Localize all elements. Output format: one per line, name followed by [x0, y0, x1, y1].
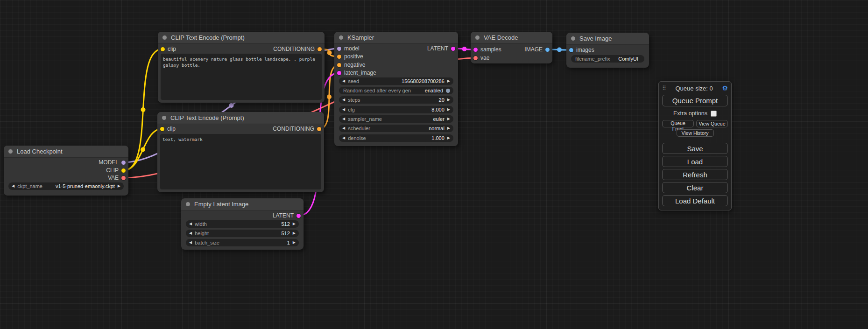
increment-arrow-icon[interactable]: ▶: [293, 220, 296, 228]
filename-prefix-widget[interactable]: filename_prefix ComfyUI: [571, 55, 644, 63]
positive-input-dot[interactable]: [337, 55, 341, 59]
node-load-checkpoint[interactable]: Load Checkpoint MODEL CLIP VAE ◀ ckpt_na…: [4, 146, 128, 196]
latent-image-input-dot[interactable]: [337, 71, 341, 75]
collapse-dot-icon[interactable]: [475, 35, 480, 40]
node-vae-decode[interactable]: VAE Decode samples vae IMAGE: [471, 32, 552, 63]
samples-input-dot[interactable]: [473, 48, 478, 52]
decrement-arrow-icon[interactable]: ◀: [342, 77, 345, 85]
node-title: CLIP Text Encode (Prompt): [170, 114, 244, 121]
output-slot-conditioning: CONDITIONING: [273, 125, 324, 133]
decrement-arrow-icon[interactable]: ◀: [342, 134, 345, 142]
decrement-arrow-icon[interactable]: ◀: [12, 182, 14, 190]
node-graph-canvas[interactable]: Load Checkpoint MODEL CLIP VAE ◀ ckpt_na…: [0, 0, 868, 329]
widget-label: steps: [348, 97, 360, 103]
settings-gear-icon[interactable]: ⚙: [722, 85, 728, 91]
scheduler-widget[interactable]: ◀ scheduler normal ▶: [339, 125, 453, 132]
increment-arrow-icon[interactable]: ▶: [447, 77, 450, 85]
node-title-bar[interactable]: CLIP Text Encode (Prompt): [157, 112, 324, 124]
node-clip-text-encode-positive[interactable]: CLIP Text Encode (Prompt) clip CONDITION…: [158, 32, 325, 103]
queue-prompt-button[interactable]: Queue Prompt: [662, 95, 728, 106]
node-title-bar[interactable]: Load Checkpoint: [4, 146, 128, 158]
increment-arrow-icon[interactable]: ▶: [447, 134, 450, 142]
seed-widget[interactable]: ◀ seed 156680208700286 ▶: [339, 77, 453, 85]
latent-output-dot[interactable]: [451, 47, 455, 51]
random-seed-toggle-widget[interactable]: Random seed after every gen enabled: [339, 87, 453, 94]
slot-label: clip: [168, 46, 176, 52]
decrement-arrow-icon[interactable]: ◀: [189, 220, 192, 228]
height-widget[interactable]: ◀ height 512 ▶: [186, 230, 299, 237]
increment-arrow-icon[interactable]: ▶: [447, 115, 450, 123]
positive-prompt-textarea[interactable]: beautiful scenery nature glass bottle la…: [161, 54, 322, 100]
slot-label: samples: [480, 46, 501, 53]
negative-prompt-textarea[interactable]: text, watermark: [160, 134, 321, 189]
collapse-dot-icon[interactable]: [8, 149, 13, 154]
collapse-dot-icon[interactable]: [162, 35, 167, 40]
decrement-arrow-icon[interactable]: ◀: [342, 96, 345, 104]
drag-handle-icon[interactable]: ⠿: [662, 85, 666, 91]
clear-button[interactable]: Clear: [662, 182, 728, 193]
node-save-image[interactable]: Save Image images filename_prefix ComfyU…: [566, 33, 649, 68]
clip-input-dot[interactable]: [161, 47, 165, 51]
increment-arrow-icon[interactable]: ▶: [447, 96, 450, 104]
node-empty-latent-image[interactable]: Empty Latent Image LATENT ◀ width 512 ▶ …: [181, 198, 303, 250]
load-button[interactable]: Load: [662, 156, 728, 167]
node-title-bar[interactable]: Empty Latent Image: [181, 198, 303, 210]
toggle-enabled-dot-icon[interactable]: [446, 89, 450, 93]
increment-arrow-icon[interactable]: ▶: [293, 239, 296, 246]
clip-output-dot[interactable]: [121, 168, 126, 173]
node-title-bar[interactable]: VAE Decode: [471, 32, 552, 44]
node-title: VAE Decode: [484, 34, 518, 41]
view-queue-button[interactable]: View Queue: [696, 120, 728, 127]
increment-arrow-icon[interactable]: ▶: [118, 182, 120, 190]
node-title-bar[interactable]: Save Image: [566, 33, 649, 45]
ckpt-name-widget[interactable]: ◀ ckpt_name v1-5-pruned-emaonly.ckpt ▶: [8, 182, 124, 190]
link-midpoint-dot-positive: [327, 50, 332, 55]
clip-input-dot[interactable]: [160, 127, 164, 131]
collapse-dot-icon[interactable]: [186, 202, 190, 206]
widget-label: denoise: [348, 135, 366, 141]
cfg-widget[interactable]: ◀ cfg 8.000 ▶: [339, 106, 453, 113]
refresh-button[interactable]: Refresh: [662, 169, 728, 180]
slot-label: model: [344, 45, 360, 52]
negative-input-dot[interactable]: [337, 63, 341, 67]
model-output-dot[interactable]: [121, 161, 126, 165]
conditioning-output-dot[interactable]: [318, 47, 322, 51]
extra-options-checkbox[interactable]: [711, 111, 717, 117]
collapse-dot-icon[interactable]: [571, 36, 575, 41]
increment-arrow-icon[interactable]: ▶: [447, 106, 450, 113]
save-button[interactable]: Save: [662, 143, 728, 154]
images-input-dot[interactable]: [569, 48, 573, 52]
node-ksampler[interactable]: KSampler model positive negative latent_…: [334, 32, 458, 146]
collapse-dot-icon[interactable]: [162, 116, 166, 120]
vae-input-dot[interactable]: [473, 56, 478, 60]
width-widget[interactable]: ◀ width 512 ▶: [186, 220, 299, 228]
output-slot-conditioning: CONDITIONING: [273, 45, 325, 53]
batch-size-widget[interactable]: ◀ batch_size 1 ▶: [186, 239, 299, 246]
conditioning-output-dot[interactable]: [317, 127, 321, 131]
node-title-bar[interactable]: CLIP Text Encode (Prompt): [158, 32, 325, 44]
denoise-widget[interactable]: ◀ denoise 1.000 ▶: [339, 134, 453, 142]
decrement-arrow-icon[interactable]: ◀: [342, 106, 345, 113]
decrement-arrow-icon[interactable]: ◀: [342, 115, 345, 123]
slot-label: latent_image: [344, 70, 376, 76]
increment-arrow-icon[interactable]: ▶: [293, 230, 296, 237]
image-output-dot[interactable]: [545, 48, 550, 52]
increment-arrow-icon[interactable]: ▶: [447, 125, 450, 132]
model-input-dot[interactable]: [337, 47, 341, 51]
collapse-dot-icon[interactable]: [339, 35, 343, 40]
widget-label: scheduler: [348, 126, 370, 131]
node-clip-text-encode-negative[interactable]: CLIP Text Encode (Prompt) clip CONDITION…: [157, 112, 324, 192]
decrement-arrow-icon[interactable]: ◀: [342, 125, 345, 132]
latent-output-dot[interactable]: [296, 214, 301, 218]
vae-output-dot[interactable]: [121, 176, 126, 180]
node-title: Save Image: [579, 35, 612, 42]
queue-front-button[interactable]: Queue Front: [662, 120, 694, 127]
view-history-button[interactable]: View History: [677, 129, 714, 137]
decrement-arrow-icon[interactable]: ◀: [189, 230, 192, 237]
node-title-bar[interactable]: KSampler: [334, 32, 458, 44]
decrement-arrow-icon[interactable]: ◀: [189, 239, 192, 246]
load-default-button[interactable]: Load Default: [662, 195, 728, 206]
steps-widget[interactable]: ◀ steps 20 ▶: [339, 96, 453, 104]
link-midpoint-dot-image: [557, 48, 562, 52]
sampler-name-widget[interactable]: ◀ sampler_name euler ▶: [339, 115, 453, 123]
